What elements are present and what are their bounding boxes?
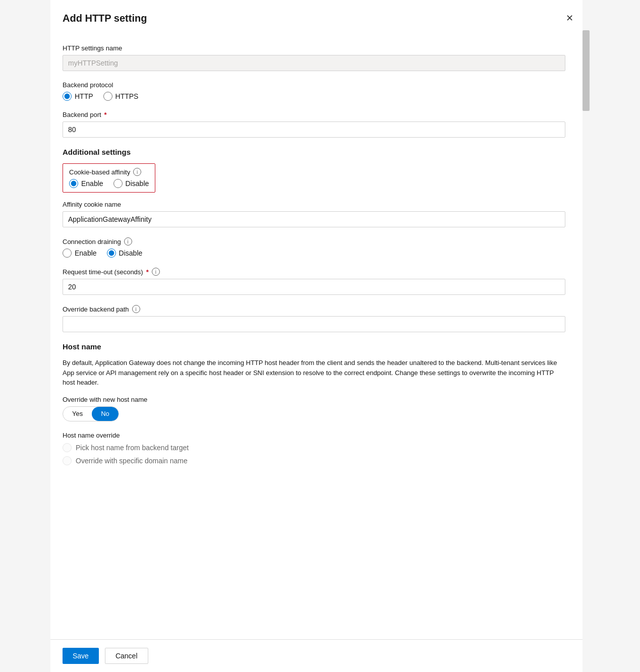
override-backend-path-input[interactable] — [63, 316, 565, 332]
additional-settings-title: Additional settings — [63, 148, 565, 156]
protocol-https-label: HTTPS — [115, 92, 139, 100]
affinity-cookie-name-input[interactable] — [63, 211, 565, 227]
draining-disable-radio[interactable] — [107, 249, 116, 258]
cookie-affinity-radio-group: Enable Disable — [69, 179, 149, 188]
cookie-affinity-label-row: Cookie-based affinity i — [69, 168, 149, 176]
affinity-enable-radio[interactable] — [69, 179, 78, 188]
pick-hostname-label: Pick host name from backend target — [76, 444, 189, 452]
override-host-name-toggle: Yes No — [63, 406, 119, 421]
override-backend-path-info-icon[interactable]: i — [132, 305, 140, 313]
request-timeout-input[interactable] — [63, 279, 565, 295]
override-no-button[interactable]: No — [92, 407, 119, 421]
cookie-affinity-box: Cookie-based affinity i Enable Disable — [63, 163, 155, 193]
backend-port-input[interactable] — [63, 121, 565, 138]
dialog-title: Add HTTP setting — [63, 13, 147, 24]
connection-draining-label: Connection draining i — [63, 237, 565, 246]
dialog-content: HTTP settings name Backend protocol HTTP… — [50, 34, 590, 639]
backend-port-label: Backend port * — [63, 111, 565, 118]
host-name-override-label: Host name override — [63, 432, 565, 439]
protocol-http-radio[interactable] — [63, 92, 72, 101]
connection-draining-info-icon[interactable]: i — [124, 237, 132, 246]
override-domain-option: Override with specific domain name — [63, 456, 565, 465]
affinity-enable-option[interactable]: Enable — [69, 179, 103, 188]
cookie-affinity-info-icon[interactable]: i — [133, 168, 141, 176]
affinity-cookie-name-label: Affinity cookie name — [63, 201, 565, 208]
backend-port-required: * — [104, 111, 107, 118]
backend-protocol-radio-group: HTTP HTTPS — [63, 92, 565, 101]
cookie-affinity-group: Cookie-based affinity i Enable Disable — [63, 163, 565, 193]
dialog-header: Add HTTP setting ✕ — [50, 0, 590, 34]
host-name-section: Host name By default, Application Gatewa… — [63, 342, 565, 465]
override-domain-radio[interactable] — [63, 456, 72, 465]
host-name-title: Host name — [63, 342, 565, 351]
override-host-name-group: Override with new host name Yes No — [63, 396, 565, 421]
dialog-footer: Save Cancel — [50, 639, 590, 672]
draining-disable-option[interactable]: Disable — [107, 249, 143, 258]
affinity-enable-label: Enable — [81, 179, 103, 188]
http-settings-name-label: HTTP settings name — [63, 44, 565, 52]
scrollbar-thumb[interactable] — [583, 30, 590, 111]
save-button[interactable]: Save — [63, 648, 99, 664]
cookie-affinity-label: Cookie-based affinity — [69, 168, 130, 176]
backend-protocol-group: Backend protocol HTTP HTTPS — [63, 81, 565, 101]
override-backend-path-group: Override backend path i — [63, 305, 565, 332]
override-domain-label: Override with specific domain name — [76, 457, 188, 465]
http-settings-name-group: HTTP settings name — [63, 44, 565, 71]
draining-disable-label: Disable — [119, 249, 143, 257]
connection-draining-radio-group: Enable Disable — [63, 249, 565, 258]
protocol-https-radio[interactable] — [103, 92, 112, 101]
affinity-disable-label: Disable — [126, 179, 149, 188]
affinity-disable-option[interactable]: Disable — [113, 179, 149, 188]
additional-settings-section: Additional settings Cookie-based affinit… — [63, 148, 565, 332]
pick-hostname-radio[interactable] — [63, 443, 72, 452]
request-timeout-required: * — [146, 268, 149, 276]
protocol-http-option[interactable]: HTTP — [63, 92, 93, 101]
host-name-override-section: Host name override Pick host name from b… — [63, 432, 565, 465]
request-timeout-group: Request time-out (seconds) * i — [63, 268, 565, 295]
affinity-cookie-name-group: Affinity cookie name — [63, 201, 565, 227]
override-backend-path-label: Override backend path i — [63, 305, 565, 313]
backend-port-group: Backend port * — [63, 111, 565, 138]
add-http-setting-dialog: Add HTTP setting ✕ HTTP settings name Ba… — [50, 0, 590, 672]
override-yes-button[interactable]: Yes — [63, 407, 92, 421]
close-button[interactable]: ✕ — [561, 10, 577, 26]
backend-protocol-label: Backend protocol — [63, 81, 565, 89]
draining-enable-option[interactable]: Enable — [63, 249, 97, 258]
host-name-description: By default, Application Gateway does not… — [63, 358, 565, 388]
draining-enable-radio[interactable] — [63, 249, 72, 258]
draining-enable-label: Enable — [75, 249, 97, 257]
protocol-http-label: HTTP — [75, 92, 93, 100]
request-timeout-info-icon[interactable]: i — [152, 268, 160, 276]
override-host-name-label: Override with new host name — [63, 396, 565, 403]
scrollbar-track — [583, 0, 590, 672]
http-settings-name-input[interactable] — [63, 55, 565, 71]
pick-hostname-option: Pick host name from backend target — [63, 443, 565, 452]
connection-draining-group: Connection draining i Enable Disable — [63, 237, 565, 258]
request-timeout-label: Request time-out (seconds) * i — [63, 268, 565, 276]
protocol-https-option[interactable]: HTTPS — [103, 92, 139, 101]
cancel-button[interactable]: Cancel — [105, 648, 148, 664]
affinity-disable-radio[interactable] — [113, 179, 123, 188]
